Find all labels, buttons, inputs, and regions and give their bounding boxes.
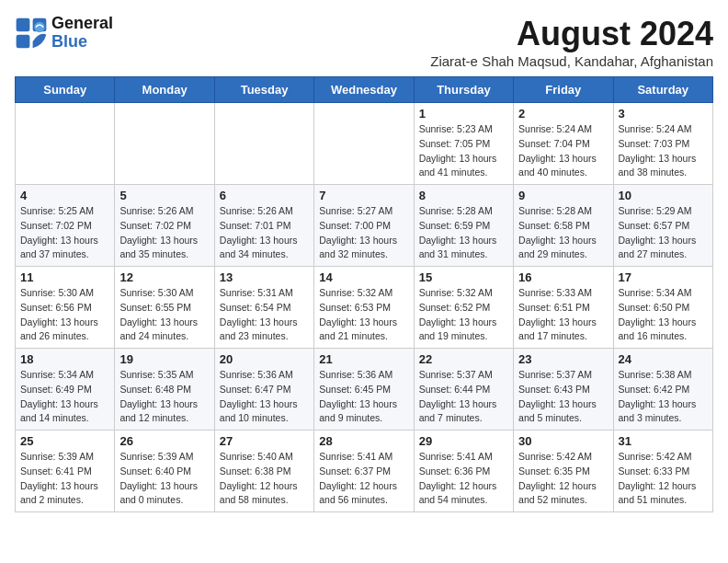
weekday-header-wednesday: Wednesday <box>314 77 414 103</box>
weekday-header-tuesday: Tuesday <box>214 77 313 103</box>
day-info: Sunrise: 5:32 AM Sunset: 6:53 PM Dayligh… <box>319 286 408 344</box>
day-info: Sunrise: 5:37 AM Sunset: 6:43 PM Dayligh… <box>518 368 608 426</box>
weekday-header-friday: Friday <box>514 77 613 103</box>
day-number: 8 <box>419 189 508 202</box>
day-number: 26 <box>119 434 209 448</box>
calendar-cell: 10Sunrise: 5:29 AM Sunset: 6:57 PM Dayli… <box>613 185 712 267</box>
calendar-cell <box>314 103 414 185</box>
day-info: Sunrise: 5:41 AM Sunset: 6:37 PM Dayligh… <box>319 450 408 508</box>
day-number: 25 <box>20 434 109 448</box>
day-number: 14 <box>319 270 408 284</box>
svg-rect-0 <box>17 17 30 31</box>
day-number: 27 <box>220 434 309 448</box>
day-info: Sunrise: 5:34 AM Sunset: 6:50 PM Dayligh… <box>619 286 708 344</box>
day-number: 20 <box>220 352 309 366</box>
logo-text-general: General <box>51 15 113 33</box>
day-info: Sunrise: 5:27 AM Sunset: 7:00 PM Dayligh… <box>319 204 408 262</box>
calendar-cell: 2Sunrise: 5:24 AM Sunset: 7:04 PM Daylig… <box>514 103 613 185</box>
day-number: 31 <box>619 434 708 448</box>
calendar-cell: 3Sunrise: 5:24 AM Sunset: 7:03 PM Daylig… <box>613 103 712 185</box>
calendar-week-row: 11Sunrise: 5:30 AM Sunset: 6:56 PM Dayli… <box>16 267 713 349</box>
day-number: 5 <box>119 189 209 202</box>
day-number: 16 <box>518 270 608 284</box>
calendar-week-row: 18Sunrise: 5:34 AM Sunset: 6:49 PM Dayli… <box>16 349 713 431</box>
calendar-cell: 25Sunrise: 5:39 AM Sunset: 6:41 PM Dayli… <box>16 431 115 512</box>
day-info: Sunrise: 5:31 AM Sunset: 6:54 PM Dayligh… <box>220 286 309 344</box>
calendar-cell: 14Sunrise: 5:32 AM Sunset: 6:53 PM Dayli… <box>314 267 414 349</box>
day-number: 1 <box>419 107 508 121</box>
day-info: Sunrise: 5:26 AM Sunset: 7:01 PM Dayligh… <box>220 204 309 262</box>
weekday-header-sunday: Sunday <box>16 77 115 103</box>
day-info: Sunrise: 5:41 AM Sunset: 6:36 PM Dayligh… <box>419 450 508 508</box>
logo-icon <box>15 17 48 50</box>
day-number: 3 <box>619 107 708 121</box>
day-info: Sunrise: 5:28 AM Sunset: 6:59 PM Dayligh… <box>419 204 508 262</box>
day-number: 17 <box>619 270 708 284</box>
calendar-cell: 20Sunrise: 5:36 AM Sunset: 6:47 PM Dayli… <box>214 349 313 431</box>
calendar-cell: 18Sunrise: 5:34 AM Sunset: 6:49 PM Dayli… <box>16 349 115 431</box>
day-info: Sunrise: 5:42 AM Sunset: 6:33 PM Dayligh… <box>619 450 708 508</box>
day-number: 30 <box>518 434 608 448</box>
day-number: 28 <box>319 434 408 448</box>
calendar-cell: 21Sunrise: 5:36 AM Sunset: 6:45 PM Dayli… <box>314 349 414 431</box>
day-info: Sunrise: 5:37 AM Sunset: 6:44 PM Dayligh… <box>419 368 508 426</box>
logo-text-blue: Blue <box>51 33 113 52</box>
day-info: Sunrise: 5:38 AM Sunset: 6:42 PM Dayligh… <box>619 368 708 426</box>
day-number: 11 <box>20 270 109 284</box>
day-info: Sunrise: 5:25 AM Sunset: 7:02 PM Dayligh… <box>20 204 109 262</box>
calendar-week-row: 4Sunrise: 5:25 AM Sunset: 7:02 PM Daylig… <box>16 185 713 267</box>
day-number: 22 <box>419 352 508 366</box>
day-number: 23 <box>518 352 608 366</box>
day-number: 21 <box>319 352 408 366</box>
day-info: Sunrise: 5:36 AM Sunset: 6:47 PM Dayligh… <box>220 368 309 426</box>
calendar-cell: 28Sunrise: 5:41 AM Sunset: 6:37 PM Dayli… <box>314 431 414 512</box>
calendar-cell <box>16 103 115 185</box>
calendar-cell: 22Sunrise: 5:37 AM Sunset: 6:44 PM Dayli… <box>414 349 513 431</box>
day-info: Sunrise: 5:32 AM Sunset: 6:52 PM Dayligh… <box>419 286 508 344</box>
calendar-cell: 12Sunrise: 5:30 AM Sunset: 6:55 PM Dayli… <box>115 267 214 349</box>
day-info: Sunrise: 5:28 AM Sunset: 6:58 PM Dayligh… <box>518 204 608 262</box>
day-info: Sunrise: 5:33 AM Sunset: 6:51 PM Dayligh… <box>518 286 608 344</box>
calendar-cell <box>214 103 313 185</box>
weekday-header-thursday: Thursday <box>414 77 513 103</box>
day-info: Sunrise: 5:40 AM Sunset: 6:38 PM Dayligh… <box>220 450 309 508</box>
day-number: 10 <box>619 189 708 202</box>
day-number: 7 <box>319 189 408 202</box>
calendar-cell: 15Sunrise: 5:32 AM Sunset: 6:52 PM Dayli… <box>414 267 513 349</box>
calendar-cell: 13Sunrise: 5:31 AM Sunset: 6:54 PM Dayli… <box>214 267 313 349</box>
day-number: 9 <box>518 189 608 202</box>
day-number: 2 <box>518 107 608 121</box>
day-info: Sunrise: 5:29 AM Sunset: 6:57 PM Dayligh… <box>619 204 708 262</box>
location: Ziarat-e Shah Maqsud, Kandahar, Afghanis… <box>430 53 713 69</box>
weekday-header-saturday: Saturday <box>613 77 712 103</box>
day-info: Sunrise: 5:24 AM Sunset: 7:03 PM Dayligh… <box>619 122 708 180</box>
logo: General Blue <box>15 15 113 52</box>
day-number: 19 <box>119 352 209 366</box>
calendar-cell: 26Sunrise: 5:39 AM Sunset: 6:40 PM Dayli… <box>115 431 214 512</box>
day-info: Sunrise: 5:36 AM Sunset: 6:45 PM Dayligh… <box>319 368 408 426</box>
calendar-cell: 5Sunrise: 5:26 AM Sunset: 7:02 PM Daylig… <box>115 185 214 267</box>
calendar-cell <box>115 103 214 185</box>
day-info: Sunrise: 5:39 AM Sunset: 6:41 PM Dayligh… <box>20 450 109 508</box>
weekday-header-row: SundayMondayTuesdayWednesdayThursdayFrid… <box>16 77 713 103</box>
calendar-cell: 19Sunrise: 5:35 AM Sunset: 6:48 PM Dayli… <box>115 349 214 431</box>
day-number: 12 <box>119 270 209 284</box>
calendar-week-row: 25Sunrise: 5:39 AM Sunset: 6:41 PM Dayli… <box>16 431 713 512</box>
calendar-cell: 6Sunrise: 5:26 AM Sunset: 7:01 PM Daylig… <box>214 185 313 267</box>
calendar-table: SundayMondayTuesdayWednesdayThursdayFrid… <box>15 76 713 512</box>
day-info: Sunrise: 5:30 AM Sunset: 6:56 PM Dayligh… <box>20 286 109 344</box>
calendar-cell: 16Sunrise: 5:33 AM Sunset: 6:51 PM Dayli… <box>514 267 613 349</box>
day-number: 24 <box>619 352 708 366</box>
page-header: General Blue August 2024 Ziarat-e Shah M… <box>15 15 713 69</box>
day-info: Sunrise: 5:30 AM Sunset: 6:55 PM Dayligh… <box>119 286 209 344</box>
calendar-cell: 29Sunrise: 5:41 AM Sunset: 6:36 PM Dayli… <box>414 431 513 512</box>
day-info: Sunrise: 5:24 AM Sunset: 7:04 PM Dayligh… <box>518 122 608 180</box>
day-info: Sunrise: 5:26 AM Sunset: 7:02 PM Dayligh… <box>119 204 209 262</box>
calendar-cell: 4Sunrise: 5:25 AM Sunset: 7:02 PM Daylig… <box>16 185 115 267</box>
day-number: 4 <box>20 189 109 202</box>
day-info: Sunrise: 5:39 AM Sunset: 6:40 PM Dayligh… <box>119 450 209 508</box>
calendar-cell: 17Sunrise: 5:34 AM Sunset: 6:50 PM Dayli… <box>613 267 712 349</box>
day-number: 18 <box>20 352 109 366</box>
calendar-cell: 11Sunrise: 5:30 AM Sunset: 6:56 PM Dayli… <box>16 267 115 349</box>
calendar-cell: 24Sunrise: 5:38 AM Sunset: 6:42 PM Dayli… <box>613 349 712 431</box>
